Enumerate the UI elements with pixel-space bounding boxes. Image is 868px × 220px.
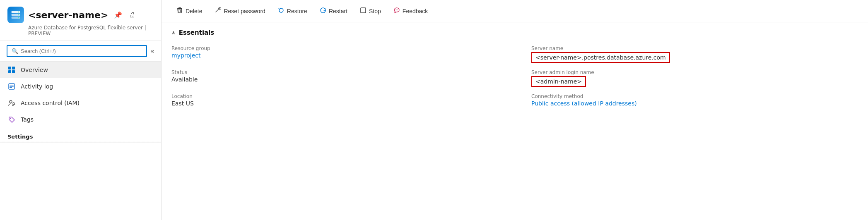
sidebar-title-row: <server-name> 📌 🖨 bbox=[7, 7, 154, 23]
svg-rect-11 bbox=[10, 85, 14, 86]
sidebar-bottom-fade bbox=[0, 141, 161, 143]
sidebar-item-tags[interactable]: Tags bbox=[0, 111, 161, 128]
resource-group-value[interactable]: myproject bbox=[171, 52, 201, 59]
svg-point-5 bbox=[18, 17, 19, 19]
collapse-sidebar-button[interactable]: « bbox=[150, 47, 154, 55]
reset-password-label: Reset password bbox=[224, 8, 265, 14]
reset-password-button[interactable]: Reset password bbox=[210, 4, 270, 18]
pin-button[interactable]: 📌 bbox=[112, 10, 124, 21]
server-icon bbox=[7, 7, 24, 23]
restart-label: Restart bbox=[329, 8, 347, 14]
connectivity-label: Connectivity method bbox=[531, 93, 858, 99]
location-value: East US bbox=[171, 100, 515, 107]
svg-rect-13 bbox=[10, 87, 12, 88]
svg-point-16 bbox=[10, 118, 11, 119]
search-wrapper: 🔍 « bbox=[0, 41, 161, 62]
delete-button[interactable]: Delete bbox=[171, 4, 207, 18]
admin-login-label: Server admin login name bbox=[531, 69, 858, 75]
essentials-title: Essentials bbox=[179, 29, 214, 36]
svg-rect-17 bbox=[178, 7, 181, 8]
delete-label: Delete bbox=[186, 8, 202, 14]
print-icon: 🖨 bbox=[129, 11, 135, 18]
feedback-icon bbox=[393, 7, 400, 15]
activity-log-icon bbox=[7, 82, 16, 91]
restart-button[interactable]: Restart bbox=[315, 4, 352, 18]
status-value: Available bbox=[171, 76, 515, 83]
admin-login-value: <admin-name> bbox=[531, 76, 586, 87]
location-label: Location bbox=[171, 93, 515, 99]
svg-rect-12 bbox=[10, 86, 14, 87]
svg-rect-8 bbox=[8, 70, 11, 73]
sidebar-item-activity-log[interactable]: Activity log bbox=[0, 78, 161, 95]
activity-log-label: Activity log bbox=[21, 83, 53, 90]
overview-label: Overview bbox=[21, 67, 48, 73]
svg-rect-7 bbox=[12, 67, 15, 69]
restore-button[interactable]: Restore bbox=[273, 4, 312, 18]
delete-icon bbox=[176, 7, 183, 15]
toolbar: Delete Reset password Restore bbox=[162, 0, 868, 22]
svg-rect-9 bbox=[12, 70, 15, 73]
stop-icon bbox=[360, 7, 366, 15]
svg-point-25 bbox=[397, 10, 398, 10]
restore-label: Restore bbox=[287, 8, 307, 14]
main-content: Delete Reset password Restore bbox=[162, 0, 868, 220]
svg-rect-6 bbox=[8, 67, 11, 69]
access-control-icon bbox=[7, 99, 16, 107]
status-label: Status bbox=[171, 69, 515, 75]
essentials-grid: Resource group myproject Server name <se… bbox=[171, 43, 858, 111]
pin-icon: 📌 bbox=[114, 12, 122, 19]
resource-group-label: Resource group bbox=[171, 45, 515, 51]
server-name-title: <server-name> bbox=[28, 10, 108, 20]
reset-password-icon bbox=[215, 7, 221, 15]
svg-point-24 bbox=[396, 10, 397, 10]
tags-icon bbox=[7, 115, 16, 124]
server-name-value: <server-name>.postres.database.azure.com bbox=[531, 52, 670, 63]
status-item: Status Available bbox=[171, 67, 515, 91]
svg-rect-18 bbox=[177, 8, 182, 9]
header-actions: 📌 🖨 bbox=[112, 10, 137, 21]
sidebar-header: <server-name> 📌 🖨 Azure Database for Pos… bbox=[0, 0, 161, 41]
feedback-label: Feedback bbox=[403, 8, 428, 14]
resource-group-item: Resource group myproject bbox=[171, 43, 515, 67]
access-control-label: Access control (IAM) bbox=[21, 100, 80, 106]
server-subtitle: Azure Database for PostgreSQL flexible s… bbox=[28, 25, 154, 36]
search-input[interactable] bbox=[21, 48, 142, 54]
essentials-chevron-icon: ∧ bbox=[171, 30, 176, 36]
settings-section-label: Settings bbox=[0, 128, 161, 141]
restart-icon bbox=[320, 7, 326, 15]
sidebar-item-overview[interactable]: Overview bbox=[0, 62, 161, 78]
connectivity-value[interactable]: Public access (allowed IP addresses) bbox=[531, 100, 637, 107]
svg-point-14 bbox=[10, 100, 12, 103]
stop-label: Stop bbox=[369, 8, 381, 14]
content-area: ∧ Essentials Resource group myproject Se… bbox=[162, 22, 868, 220]
location-item: Location East US bbox=[171, 91, 515, 111]
svg-point-3 bbox=[18, 12, 19, 13]
print-button[interactable]: 🖨 bbox=[127, 10, 137, 20]
tags-label: Tags bbox=[21, 116, 34, 123]
sidebar-item-access-control[interactable]: Access control (IAM) bbox=[0, 95, 161, 111]
restore-icon bbox=[278, 7, 285, 15]
sidebar: <server-name> 📌 🖨 Azure Database for Pos… bbox=[0, 0, 162, 220]
admin-login-item: Server admin login name <admin-name> bbox=[515, 67, 858, 91]
svg-point-23 bbox=[395, 10, 396, 10]
svg-rect-22 bbox=[361, 8, 366, 13]
search-box-container: 🔍 bbox=[7, 45, 147, 57]
connectivity-item: Connectivity method Public access (allow… bbox=[515, 91, 858, 111]
essentials-section-header: ∧ Essentials bbox=[171, 29, 858, 36]
server-name-label: Server name bbox=[531, 45, 858, 51]
overview-icon bbox=[7, 66, 16, 74]
feedback-button[interactable]: Feedback bbox=[388, 4, 433, 18]
server-name-item: Server name <server-name>.postres.databa… bbox=[515, 43, 858, 67]
svg-point-4 bbox=[18, 14, 19, 16]
stop-button[interactable]: Stop bbox=[355, 4, 386, 18]
search-icon: 🔍 bbox=[12, 48, 18, 54]
